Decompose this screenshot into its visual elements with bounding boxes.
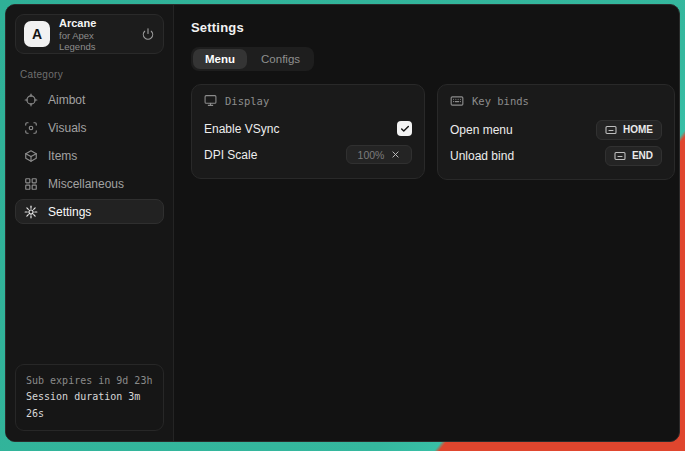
- session-duration-text: Session duration 3m 26s: [26, 389, 153, 422]
- brand-subtitle: for Apex Legends: [59, 30, 132, 52]
- sidebar-item-items[interactable]: Items: [15, 143, 164, 168]
- keybinds-card-header: Key binds: [450, 94, 662, 108]
- subscription-info-box: Sub expires in 9d 23h Session duration 3…: [15, 364, 164, 432]
- enable-vsync-checkbox[interactable]: [397, 121, 412, 136]
- enable-vsync-label: Enable VSync: [204, 122, 279, 136]
- cards-row: Display Enable VSync DPI Scale 100%: [191, 84, 675, 180]
- page-title: Settings: [191, 20, 675, 35]
- display-card-header: Display: [204, 94, 412, 107]
- dpi-scale-value: 100%: [358, 149, 385, 161]
- keyboard-icon: [605, 124, 617, 136]
- close-icon[interactable]: [391, 150, 400, 159]
- display-card: Display Enable VSync DPI Scale 100%: [191, 84, 425, 179]
- tab-menu[interactable]: Menu: [193, 49, 247, 69]
- keyboard-icon: [614, 150, 626, 162]
- open-menu-key: HOME: [623, 124, 653, 135]
- category-label: Category: [20, 69, 159, 80]
- unload-bind-key: END: [632, 150, 653, 161]
- brand-name: Arcane: [59, 17, 132, 29]
- dpi-scale-input[interactable]: 100%: [346, 145, 412, 164]
- sidebar-item-visuals[interactable]: Visuals: [15, 115, 164, 140]
- display-card-title: Display: [225, 95, 269, 107]
- brand-card: A Arcane for Apex Legends: [15, 14, 164, 54]
- sidebar-item-label: Settings: [48, 205, 91, 219]
- package-icon: [24, 149, 38, 163]
- app-window: A Arcane for Apex Legends Category Aimbo…: [5, 4, 680, 442]
- dpi-scale-row: DPI Scale 100%: [204, 142, 412, 167]
- grid-icon: [24, 177, 38, 191]
- sidebar-item-aimbot[interactable]: Aimbot: [15, 87, 164, 112]
- power-icon[interactable]: [141, 27, 155, 41]
- tab-bar: Menu Configs: [191, 47, 314, 71]
- sidebar-spacer: [15, 227, 164, 364]
- sidebar: A Arcane for Apex Legends Category Aimbo…: [6, 5, 174, 441]
- unload-bind-row: Unload bind END: [450, 143, 662, 168]
- brand-text: Arcane for Apex Legends: [59, 17, 132, 52]
- sidebar-item-label: Miscellaneous: [48, 177, 124, 191]
- open-menu-row: Open menu HOME: [450, 117, 662, 142]
- unload-bind-label: Unload bind: [450, 149, 514, 163]
- keybinds-card-title: Key binds: [472, 95, 529, 107]
- sidebar-item-label: Items: [48, 149, 77, 163]
- scan-eye-icon: [24, 121, 38, 135]
- crosshair-icon: [24, 93, 38, 107]
- enable-vsync-row: Enable VSync: [204, 116, 412, 141]
- brand-logo: A: [24, 21, 50, 47]
- unload-bind-keybind[interactable]: END: [605, 146, 662, 166]
- sidebar-item-label: Visuals: [48, 121, 86, 135]
- gear-icon: [24, 205, 38, 219]
- keybinds-card: Key binds Open menu HOME Unload bind: [437, 84, 675, 180]
- main-content: Settings Menu Configs Display Enable VSy…: [174, 5, 680, 441]
- monitor-icon: [204, 94, 217, 107]
- open-menu-label: Open menu: [450, 123, 513, 137]
- dpi-scale-label: DPI Scale: [204, 148, 257, 162]
- open-menu-keybind[interactable]: HOME: [596, 120, 662, 140]
- sidebar-item-label: Aimbot: [48, 93, 85, 107]
- sidebar-item-miscellaneous[interactable]: Miscellaneous: [15, 171, 164, 196]
- tab-configs[interactable]: Configs: [249, 49, 312, 69]
- brand-initial: A: [32, 26, 42, 42]
- sub-expires-text: Sub expires in 9d 23h: [26, 373, 153, 390]
- sidebar-item-settings[interactable]: Settings: [15, 199, 164, 224]
- keyboard-icon: [450, 94, 464, 108]
